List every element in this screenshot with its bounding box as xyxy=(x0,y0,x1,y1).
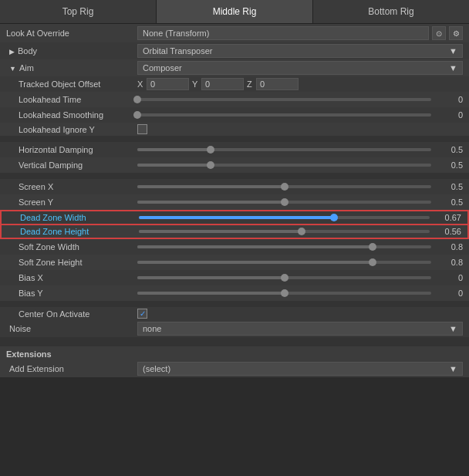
bias-x-slider-container: 0 xyxy=(137,273,463,282)
noise-dropdown-arrow: ▼ xyxy=(449,324,457,333)
body-label: ▶Body xyxy=(6,46,137,56)
soft-zone-height-slider-container: 0.8 xyxy=(137,258,463,267)
lookahead-time-slider-container: 0 xyxy=(137,95,463,104)
vertical-damping-value: 0.5 xyxy=(436,160,463,170)
y-label: Y xyxy=(192,79,200,89)
dead-zone-height-slider[interactable] xyxy=(139,230,430,233)
soft-zone-width-slider[interactable] xyxy=(137,245,431,248)
vertical-damping-thumb xyxy=(207,161,214,169)
separator-3 xyxy=(0,301,469,307)
lookahead-ignore-y-row: Lookahead Ignore Y xyxy=(0,123,469,136)
lookahead-ignore-y-label: Lookahead Ignore Y xyxy=(6,125,137,134)
body-dropdown-arrow: ▼ xyxy=(449,46,457,56)
horizontal-damping-value: 0.5 xyxy=(436,145,463,154)
x-field: X xyxy=(137,78,189,90)
noise-dropdown[interactable]: none ▼ xyxy=(137,322,463,336)
soft-zone-height-thumb xyxy=(369,258,376,266)
y-input[interactable] xyxy=(201,78,244,90)
aim-dropdown[interactable]: Composer ▼ xyxy=(137,61,463,75)
bias-x-value: 0 xyxy=(436,273,463,282)
look-at-target-icon[interactable]: ⊙ xyxy=(432,26,446,40)
tracked-object-offset-row: Tracked Object Offset X Y Z xyxy=(0,76,469,92)
center-on-activate-checkbox[interactable]: ✓ xyxy=(137,309,147,319)
soft-zone-height-value: 0.8 xyxy=(436,258,463,267)
aim-triangle-icon: ▼ xyxy=(9,65,16,73)
screen-y-thumb xyxy=(281,198,288,206)
vertical-damping-label: Vertical Damping xyxy=(6,160,137,170)
dead-zone-width-slider[interactable] xyxy=(139,216,430,219)
z-field: Z xyxy=(247,78,299,90)
look-at-override-label: Look At Override xyxy=(6,29,137,38)
look-at-settings-icon[interactable]: ⚙ xyxy=(449,26,463,40)
center-on-activate-row: Center On Activate ✓ xyxy=(0,307,469,320)
screen-y-fill xyxy=(137,201,285,204)
lookahead-time-slider[interactable] xyxy=(137,98,431,101)
panel: Top Rig Middle Rig Bottom Rig Look At Ov… xyxy=(0,0,469,377)
dead-zone-width-label: Dead Zone Width xyxy=(8,213,139,222)
lookahead-smoothing-slider[interactable] xyxy=(137,113,431,116)
x-input[interactable] xyxy=(147,78,189,90)
screen-y-value: 0.5 xyxy=(436,197,463,207)
bias-y-label: Bias Y xyxy=(6,289,137,298)
noise-row: Noise none ▼ xyxy=(0,320,469,337)
bias-y-slider-container: 0 xyxy=(137,289,463,298)
body-dropdown[interactable]: Orbital Transposer ▼ xyxy=(137,44,463,58)
screen-y-slider[interactable] xyxy=(137,201,431,204)
screen-x-fill xyxy=(137,185,285,188)
bias-y-value: 0 xyxy=(436,289,463,298)
dead-zone-height-label: Dead Zone Height xyxy=(8,227,139,236)
soft-zone-width-value: 0.8 xyxy=(436,242,463,252)
tab-top-rig[interactable]: Top Rig xyxy=(0,0,157,23)
bias-y-thumb xyxy=(281,289,288,297)
horizontal-damping-slider[interactable] xyxy=(137,148,431,151)
bias-x-row: Bias X 0 xyxy=(0,270,469,285)
lookahead-time-value: 0 xyxy=(436,95,463,104)
z-label: Z xyxy=(247,79,255,89)
screen-y-row: Screen Y 0.5 xyxy=(0,194,469,210)
lookahead-ignore-y-checkbox[interactable] xyxy=(137,124,147,134)
lookahead-smoothing-row: Lookahead Smoothing 0 xyxy=(0,107,469,123)
xyz-fields: X Y Z xyxy=(137,78,463,90)
soft-zone-width-label: Soft Zone Width xyxy=(6,242,137,252)
soft-zone-width-row: Soft Zone Width 0.8 xyxy=(0,239,469,255)
screen-y-label: Screen Y xyxy=(6,197,137,207)
dead-zone-height-value: 0.56 xyxy=(434,227,461,236)
horizontal-damping-thumb xyxy=(207,146,214,154)
screen-x-slider[interactable] xyxy=(137,185,431,188)
bias-y-fill xyxy=(137,292,285,295)
soft-zone-height-row: Soft Zone Height 0.8 xyxy=(0,255,469,270)
lookahead-smoothing-slider-container: 0 xyxy=(137,110,463,120)
tab-bottom-rig[interactable]: Bottom Rig xyxy=(313,0,469,23)
horizontal-damping-fill xyxy=(137,148,211,151)
body-triangle-icon: ▶ xyxy=(9,48,15,56)
separator-1 xyxy=(0,136,469,142)
add-extension-dropdown[interactable]: (select) ▼ xyxy=(137,362,463,376)
soft-zone-width-thumb xyxy=(369,243,376,251)
screen-x-label: Screen X xyxy=(6,182,137,191)
z-input[interactable] xyxy=(256,78,299,90)
tab-middle-rig[interactable]: Middle Rig xyxy=(157,0,313,23)
add-extension-row: Add Extension (select) ▼ xyxy=(0,360,469,377)
vertical-damping-slider[interactable] xyxy=(137,164,431,167)
dead-zone-height-slider-container: 0.56 xyxy=(139,227,461,236)
aim-row: ▼Aim Composer ▼ xyxy=(0,59,469,76)
y-field: Y xyxy=(192,78,244,90)
look-at-override-value: None (Transform) xyxy=(137,26,429,40)
extensions-header: Extensions xyxy=(0,346,469,360)
bias-y-slider[interactable] xyxy=(137,292,431,295)
bias-x-slider[interactable] xyxy=(137,276,431,279)
soft-zone-height-slider[interactable] xyxy=(137,261,431,264)
dead-zone-width-value: 0.67 xyxy=(434,213,461,222)
screen-y-slider-container: 0.5 xyxy=(137,197,463,207)
lookahead-time-row: Lookahead Time 0 xyxy=(0,92,469,107)
horizontal-damping-row: Horizontal Damping 0.5 xyxy=(0,142,469,157)
lookahead-smoothing-thumb xyxy=(133,111,141,119)
soft-zone-width-slider-container: 0.8 xyxy=(137,242,463,252)
add-extension-dropdown-arrow: ▼ xyxy=(449,364,457,373)
screen-x-value: 0.5 xyxy=(436,182,463,191)
aim-label: ▼Aim xyxy=(6,63,137,73)
body-row: ▶Body Orbital Transposer ▼ xyxy=(0,42,469,59)
tabs-container: Top Rig Middle Rig Bottom Rig xyxy=(0,0,469,24)
dead-zone-width-row: Dead Zone Width 0.67 xyxy=(0,210,469,225)
screen-x-thumb xyxy=(281,183,288,191)
